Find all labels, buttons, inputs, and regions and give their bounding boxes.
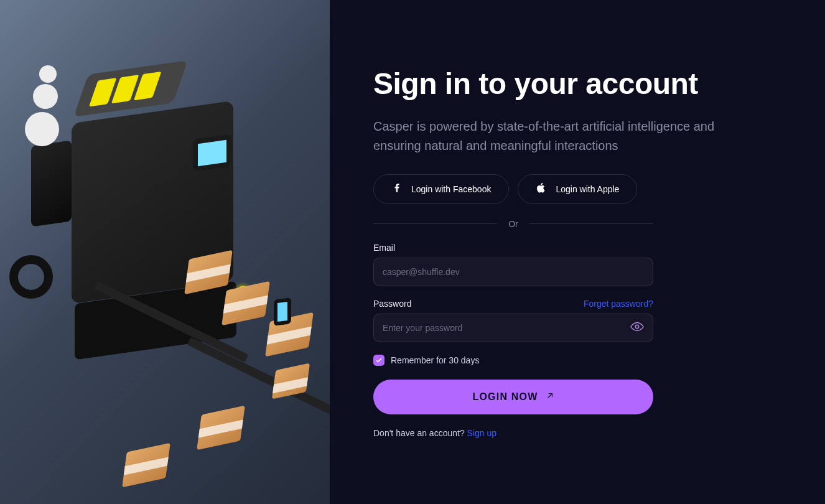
svg-line-1 <box>548 393 552 398</box>
check-icon <box>375 357 383 364</box>
divider: Or <box>373 219 653 229</box>
email-label: Email <box>373 243 395 253</box>
login-button[interactable]: LOGIN NOW <box>373 380 653 414</box>
page-subtitle: Casper is powered by state-of-the-art ar… <box>373 117 722 156</box>
hero-illustration <box>0 0 330 504</box>
email-field[interactable] <box>383 267 644 277</box>
remember-checkbox[interactable]: Remember for 30 days <box>373 355 722 366</box>
page-title: Sign in to your account <box>373 67 722 101</box>
social-login-row: Login with Facebook Login with Apple <box>373 174 722 204</box>
eye-icon <box>630 320 644 335</box>
password-label: Password <box>373 299 411 309</box>
signin-panel: Sign in to your account Casper is powere… <box>330 0 825 504</box>
remember-label: Remember for 30 days <box>391 355 479 365</box>
apple-login-label: Login with Apple <box>556 184 619 194</box>
apple-login-button[interactable]: Login with Apple <box>518 174 637 204</box>
signup-link[interactable]: Sign up <box>467 428 496 438</box>
forgot-password-link[interactable]: Forget password? <box>584 299 653 309</box>
toggle-password-visibility-button[interactable] <box>630 320 644 335</box>
facebook-login-label: Login with Facebook <box>411 184 491 194</box>
apple-icon <box>536 182 547 195</box>
login-button-label: LOGIN NOW <box>472 391 538 403</box>
email-group: Email <box>373 243 653 286</box>
divider-label: Or <box>508 219 518 229</box>
checkbox-box <box>373 355 385 366</box>
password-field[interactable] <box>383 323 630 333</box>
signup-prompt-text: Don't have an account? <box>373 428 467 438</box>
signup-prompt: Don't have an account? Sign up <box>373 428 722 438</box>
facebook-icon <box>391 182 403 195</box>
arrow-up-right-icon <box>546 391 554 403</box>
facebook-login-button[interactable]: Login with Facebook <box>373 174 509 204</box>
password-group: Password Forget password? <box>373 299 653 342</box>
svg-point-0 <box>635 325 639 329</box>
